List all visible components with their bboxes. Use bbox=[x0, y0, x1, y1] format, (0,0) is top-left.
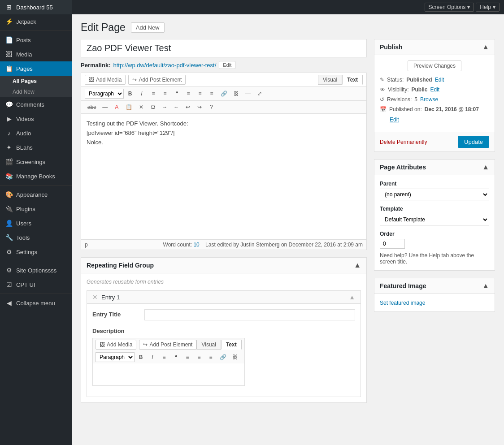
redo-button[interactable]: ↪ bbox=[194, 103, 205, 112]
publish-toggle[interactable]: ▲ bbox=[482, 43, 489, 51]
more-button[interactable]: — bbox=[243, 89, 253, 98]
desc-align-center-button[interactable]: ≡ bbox=[194, 352, 204, 362]
strikethrough-button[interactable]: abc bbox=[85, 103, 99, 112]
desc-add-post-element-button[interactable]: ↪ Add Post Element bbox=[139, 340, 196, 350]
sidebar-divider-2 bbox=[0, 185, 72, 186]
special-char-button[interactable]: Ω bbox=[148, 103, 158, 112]
link-button[interactable]: 🔗 bbox=[218, 89, 230, 98]
sidebar-item-comments[interactable]: 💬 Comments bbox=[0, 97, 72, 112]
indent-button[interactable]: → bbox=[159, 103, 170, 112]
desc-align-right-button[interactable]: ≡ bbox=[205, 352, 216, 362]
pages-icon: 📋 bbox=[5, 65, 13, 72]
outdent-button[interactable]: ← bbox=[171, 103, 182, 112]
sidebar-subitem-add-new[interactable]: Add New bbox=[0, 86, 72, 97]
editor-toolbar-row-2: abc — A 📋 ✕ Ω → ← ↩ ↪ ? bbox=[81, 101, 366, 114]
screen-options-label: Screen Options bbox=[429, 4, 466, 10]
desc-tab-text[interactable]: Text bbox=[221, 340, 242, 350]
delete-permanently-link[interactable]: Delete Permanently bbox=[380, 139, 427, 145]
sidebar-item-dashboard[interactable]: ⊞ Dashboard 55 bbox=[0, 0, 72, 14]
sidebar-item-tools[interactable]: 🔧 Tools bbox=[0, 230, 72, 245]
blockquote-button[interactable]: ❝ bbox=[171, 89, 182, 98]
update-button[interactable]: Update bbox=[458, 136, 489, 148]
editor-content[interactable]: Testing out the PDF Viewer. Shortcode: [… bbox=[81, 114, 366, 239]
format-select[interactable]: Paragraph bbox=[85, 89, 124, 99]
sidebar-item-users[interactable]: 👤 Users bbox=[0, 216, 72, 230]
sidebar-item-jetpack[interactable]: ⚡ Jetpack bbox=[0, 14, 72, 29]
italic-button[interactable]: I bbox=[136, 89, 147, 98]
repeating-field-group-content: Generates reusable form entries ✕ Entry … bbox=[81, 273, 366, 402]
entry-close-button[interactable]: ✕ bbox=[92, 294, 98, 301]
permalink-edit-button[interactable]: Edit bbox=[219, 61, 235, 69]
featured-image-title: Featured Image bbox=[380, 282, 426, 289]
desc-blockquote-button[interactable]: ❝ bbox=[170, 352, 181, 362]
entry-collapse-button[interactable]: ▲ bbox=[349, 294, 355, 301]
desc-link-button[interactable]: 🔗 bbox=[217, 352, 229, 362]
align-center-button[interactable]: ≡ bbox=[195, 89, 205, 98]
add-post-element-button[interactable]: ↪ Add Post Element bbox=[128, 75, 186, 85]
undo-button[interactable]: ↩ bbox=[182, 103, 193, 112]
desc-italic-button[interactable]: I bbox=[147, 352, 158, 362]
sidebar-item-plugins[interactable]: 🔌 Plugins bbox=[0, 202, 72, 216]
bold-button[interactable]: B bbox=[125, 89, 135, 98]
ol-button[interactable]: ≡ bbox=[160, 89, 170, 98]
published-on-edit-link[interactable]: Edit bbox=[390, 117, 399, 123]
sidebar-item-pages[interactable]: 📋 Pages bbox=[0, 61, 72, 76]
permalink-url[interactable]: http://wp.dw/default/zao-pdf-viewer-test… bbox=[113, 62, 216, 69]
sidebar-subitem-all-pages[interactable]: All Pages bbox=[0, 76, 72, 86]
sidebar-item-settings[interactable]: ⚙ Settings bbox=[0, 245, 72, 259]
sidebar-item-posts[interactable]: 📄 Posts bbox=[0, 33, 72, 47]
text-color-button[interactable]: A bbox=[111, 103, 122, 112]
featured-image-toggle[interactable]: ▲ bbox=[482, 282, 489, 290]
clear-format-button[interactable]: ✕ bbox=[136, 103, 147, 112]
visibility-edit-link[interactable]: Edit bbox=[430, 86, 439, 93]
tab-text[interactable]: Text bbox=[342, 75, 363, 85]
status-edit-link[interactable]: Edit bbox=[435, 77, 444, 83]
sidebar-item-media[interactable]: 🖼 Media bbox=[0, 47, 72, 61]
tab-visual[interactable]: Visual bbox=[318, 75, 342, 85]
desc-align-left-button[interactable]: ≡ bbox=[182, 352, 193, 362]
tools-icon: 🔧 bbox=[5, 234, 13, 241]
sidebar-item-appearance[interactable]: 🎨 Appearance bbox=[0, 187, 72, 202]
desc-tab-visual[interactable]: Visual bbox=[196, 340, 221, 350]
post-title-input[interactable] bbox=[81, 39, 367, 57]
sidebar-item-cpt-ui[interactable]: ☑ CPT UI bbox=[0, 277, 72, 292]
revisions-browse-link[interactable]: Browse bbox=[420, 96, 438, 103]
align-left-button[interactable]: ≡ bbox=[183, 89, 194, 98]
ul-button[interactable]: ≡ bbox=[148, 89, 159, 98]
sidebar-item-blahs[interactable]: ✦ BLahs bbox=[0, 140, 72, 155]
unlink-button[interactable]: ⛓ bbox=[231, 89, 242, 98]
preview-changes-button[interactable]: Preview Changes bbox=[408, 60, 461, 71]
hr-button[interactable]: — bbox=[100, 103, 110, 112]
paste-text-button[interactable]: 📋 bbox=[123, 103, 135, 112]
desc-bold-button[interactable]: B bbox=[135, 352, 146, 362]
entry-title-field-input[interactable] bbox=[144, 309, 355, 320]
desc-format-select[interactable]: Paragraph bbox=[96, 352, 135, 362]
desc-unlink-button[interactable]: ⛓ bbox=[230, 352, 241, 362]
fullscreen-button[interactable]: ⤢ bbox=[254, 89, 265, 98]
sidebar-item-site-options[interactable]: ⚙ Site Optionssss bbox=[0, 263, 72, 277]
screen-options-button[interactable]: Screen Options ▾ bbox=[425, 3, 474, 12]
repeating-field-group-header[interactable]: Repeating Field Group ▲ bbox=[81, 258, 366, 273]
help-button[interactable]: Help ▾ bbox=[476, 3, 500, 12]
order-input[interactable] bbox=[380, 239, 405, 249]
set-featured-image-link[interactable]: Set featured image bbox=[380, 300, 425, 306]
desc-editor-area[interactable] bbox=[92, 363, 245, 386]
template-select[interactable]: Default Template bbox=[380, 214, 489, 225]
align-right-button[interactable]: ≡ bbox=[206, 89, 217, 98]
sidebar-item-videos[interactable]: ▶ Videos bbox=[0, 112, 72, 126]
page-header: Edit Page Add New bbox=[81, 22, 495, 34]
desc-editor-media-buttons: 🖼 Add Media ↪ Add Post Element bbox=[96, 340, 196, 350]
posts-icon: 📄 bbox=[5, 36, 13, 43]
repeating-field-group-toggle[interactable]: ▲ bbox=[354, 261, 361, 269]
sidebar-item-audio[interactable]: ♪ Audio bbox=[0, 126, 72, 140]
sidebar-item-collapse[interactable]: ◀ Collapse menu bbox=[0, 296, 72, 310]
parent-select[interactable]: (no parent) bbox=[380, 189, 489, 200]
page-attributes-toggle[interactable]: ▲ bbox=[482, 163, 489, 171]
desc-add-media-button[interactable]: 🖼 Add Media bbox=[96, 340, 136, 350]
add-media-button[interactable]: 🖼 Add Media bbox=[85, 75, 126, 85]
add-new-button[interactable]: Add New bbox=[131, 22, 165, 33]
desc-ul-button[interactable]: ≡ bbox=[159, 352, 169, 362]
sidebar-item-manage-books[interactable]: 📚 Manage Books bbox=[0, 169, 72, 183]
sidebar-item-screenings[interactable]: 🎬 Screenings bbox=[0, 155, 72, 169]
help-toolbar-button[interactable]: ? bbox=[206, 103, 217, 112]
